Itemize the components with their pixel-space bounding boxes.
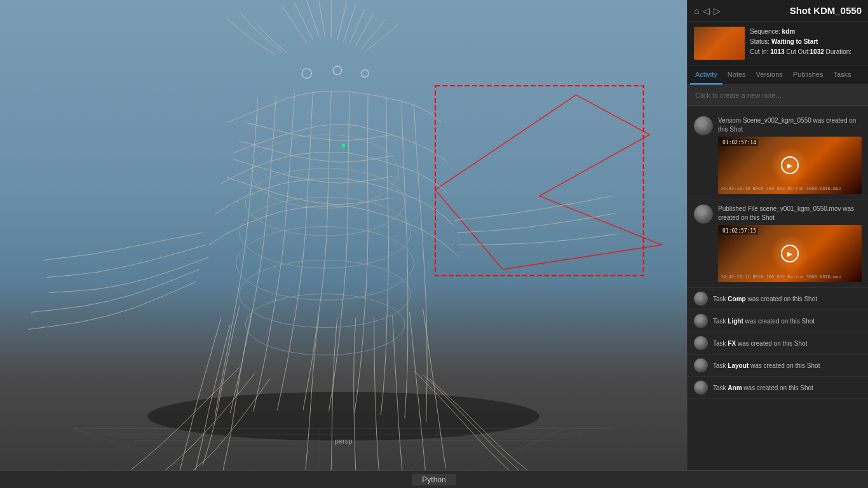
svg-line-3 [294,3,313,40]
svg-point-23 [345,147,348,150]
viewport-label: persp [335,437,353,445]
task-text-fx: Task FX was created on this Shot [713,340,807,347]
activity-content-published: Published File scene_v001_kgm_0550.mov w… [718,205,862,282]
avatar-task-anm [694,381,708,395]
avatar-task-fx [694,336,708,350]
svg-line-10 [356,12,374,46]
tab-versions[interactable]: Versions [751,65,788,85]
svg-point-21 [361,70,369,78]
svg-point-16 [236,227,414,301]
svg-line-7 [337,3,346,40]
task-item-fx: Task FX was created on this Shot [688,332,868,355]
header-icons: ⌂ ◁ ▷ [694,6,721,16]
video-timecode-bottom-version: 14:43:18:10 BECH_100_002_Barron_3068:681… [721,186,841,191]
activity-feed: Versiom Scene_v002_kgm_0550 was created … [688,106,868,470]
bottom-bar: Python [0,470,868,488]
activity-text-published: Published File scene_v001_kgm_0550.mov w… [718,205,862,222]
shot-cut: Cut In: 1013 Cut Out:1032 Duration: [750,47,862,57]
svg-line-2 [282,6,307,43]
activity-item-version: Versiom Scene_v002_kgm_0550 was created … [688,111,868,200]
bottom-bar-python: Python [412,474,456,485]
svg-point-18 [245,294,405,355]
activity-text-version: Versiom Scene_v002_kgm_0550 was created … [718,116,862,134]
svg-point-17 [240,261,411,328]
svg-line-30 [410,428,441,470]
tab-notes[interactable]: Notes [722,65,751,85]
shot-sequence: Sequence: kdm [750,27,862,37]
svg-point-19 [302,69,311,78]
task-text-anm: Task Anm was created on this Shot [713,384,813,391]
video-timecode-published: 01:02:57:15 [721,227,758,234]
task-item-comp: Task Comp was created on this Shot [688,288,868,310]
avatar-task-light [694,314,708,328]
activity-published-label: Published File scene_v001_kgm_0550.mov w… [718,205,854,221]
avatar-task-layout [694,358,708,372]
svg-point-22 [342,144,346,147]
shot-meta: Sequence: kdm Status: Waiting to Start C… [750,27,862,60]
avatar-version [694,116,713,135]
viewport-3d[interactable]: persp [0,0,687,470]
svg-point-0 [147,392,539,441]
svg-line-4 [307,0,319,37]
note-input[interactable]: Click to create a new note... [688,85,868,106]
video-timecode-version: 01:02:57:14 [721,139,758,146]
svg-line-8 [344,5,356,42]
activity-version-label: Versiom Scene_v002_kgm_0550 was created … [718,117,856,133]
tabs: Activity Notes Versions Publishes Tasks [688,65,868,85]
svg-point-15 [240,197,411,268]
svg-line-31 [472,428,564,470]
svg-line-5 [319,1,325,37]
svg-rect-1 [435,86,644,276]
video-thumb-published[interactable]: 01:02:57:15 ▶ 14:43:18:11 BECH_100_002_B… [718,225,862,282]
shot-thumbnail [694,27,745,60]
shot-status: Status: Waiting to Start [750,37,862,47]
shot-header: ⌂ ◁ ▷ Shot KDM_0550 [688,0,868,22]
task-text-light: Task Light was created on this Shot [713,318,815,325]
svg-line-9 [349,9,365,43]
video-timecode-bottom-published: 14:43:18:11 BECH_100_002_Barron_3068:681… [721,274,841,280]
svg-point-13 [252,135,398,208]
task-item-layout: Task Layout was created on this Shot [688,355,868,377]
task-item-light: Task Light was created on this Shot [688,310,868,332]
video-play-icon-2[interactable]: ▶ [781,245,799,262]
video-play-icon[interactable]: ▶ [781,156,799,174]
svg-line-12 [365,25,398,52]
avatar-published [694,205,713,224]
avatar-task-comp [694,292,708,306]
tab-activity[interactable]: Activity [690,65,722,85]
video-thumb-version[interactable]: 01:02:57:14 ▶ 14:43:18:10 BECH_100_002_B… [718,137,862,194]
home-icon[interactable]: ⌂ [694,6,699,16]
svg-line-11 [362,18,386,49]
back-icon[interactable]: ◁ [703,6,710,16]
svg-line-27 [74,428,197,470]
svg-point-14 [245,168,405,236]
task-item-anm: Task Anm was created on this Shot [688,377,868,399]
tab-publishes[interactable]: Publishes [788,65,829,85]
activity-item-published: Published File scene_v001_kgm_0550.mov w… [688,200,868,288]
svg-point-20 [333,66,341,74]
shot-info: Sequence: kdm Status: Waiting to Start C… [688,22,868,65]
task-text-layout: Task Layout was created on this Shot [713,362,820,369]
tab-tasks[interactable]: Tasks [829,65,857,85]
forward-icon[interactable]: ▷ [714,6,721,16]
right-panel: ⌂ ◁ ▷ Shot KDM_0550 Sequence: kdm Status… [687,0,868,470]
svg-line-28 [196,428,227,470]
task-text-comp: Task Comp was created on this Shot [713,295,817,302]
shot-title: Shot KDM_0550 [726,5,862,16]
activity-content-version: Versiom Scene_v002_kgm_0550 was created … [718,116,862,194]
